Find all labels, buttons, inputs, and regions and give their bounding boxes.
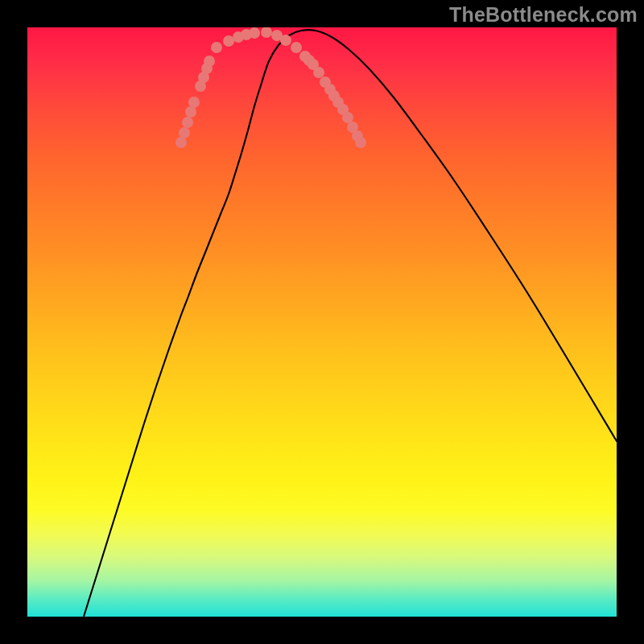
- marker-dot: [188, 97, 200, 108]
- marker-dot: [175, 137, 187, 148]
- marker-dot: [211, 42, 222, 53]
- watermark-text: TheBottleneck.com: [449, 3, 638, 27]
- marker-dot: [223, 35, 234, 47]
- marker-dot: [355, 137, 366, 148]
- plot-area: [27, 27, 617, 617]
- chart-svg: [27, 27, 617, 617]
- marker-dot: [179, 127, 190, 138]
- marker-group: [175, 27, 366, 148]
- marker-dot: [185, 106, 196, 118]
- marker-dot: [204, 56, 215, 67]
- marker-dot: [280, 35, 291, 46]
- marker-dot: [249, 27, 260, 39]
- marker-dot: [291, 42, 302, 53]
- marker-dot: [313, 67, 324, 78]
- marker-dot: [261, 27, 272, 38]
- marker-dot: [342, 112, 353, 123]
- marker-dot: [182, 117, 193, 128]
